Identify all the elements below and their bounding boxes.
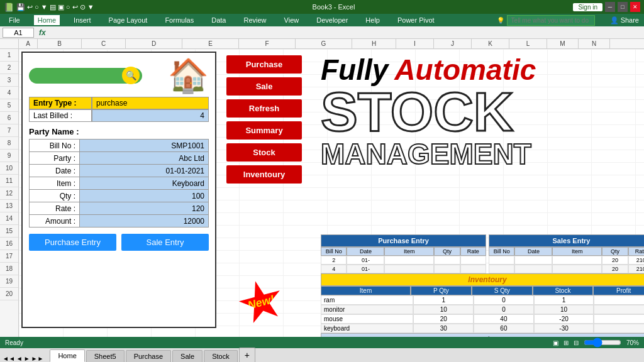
ribbon-tab-formulas[interactable]: Formulas bbox=[161, 15, 197, 25]
purchase-entry-header: Purchase Entry bbox=[321, 234, 486, 247]
col-header-j[interactable]: J bbox=[434, 39, 472, 48]
field-value-qty[interactable]: 100 bbox=[80, 190, 209, 202]
sales-entry-header: Sales Entry bbox=[489, 234, 644, 247]
purchase-entry-button[interactable]: Purchase Entry bbox=[29, 234, 116, 251]
field-value-rate[interactable]: 120 bbox=[80, 202, 209, 215]
sheet-nav-next[interactable]: ► bbox=[24, 355, 30, 362]
last-billed-value: 4 bbox=[92, 109, 209, 122]
maximize-button[interactable]: □ bbox=[618, 2, 628, 12]
sale-entry-button[interactable]: Sale Entry bbox=[121, 234, 209, 251]
inv-item-2: mouse bbox=[321, 314, 413, 324]
inv-stock-3: -30 bbox=[534, 324, 594, 333]
fields-table: Bill No : SMP1001 Party : Abc Ltd Date :… bbox=[29, 139, 209, 228]
quick-access: 💾 ↩ ○ ▼ ▤ ▣ ○ ↩ ⊙ ▼ bbox=[16, 3, 94, 11]
field-value-billno[interactable]: SMP1001 bbox=[80, 140, 209, 152]
ribbon-search-input[interactable] bbox=[507, 15, 595, 26]
field-value-party[interactable]: Abc Ltd bbox=[80, 152, 209, 165]
sheet-nav-left[interactable]: ◄◄ bbox=[3, 355, 15, 362]
ribbon-tab-powerpivot[interactable]: Power Pivot bbox=[394, 15, 438, 25]
summary-button[interactable]: Summary bbox=[226, 121, 302, 140]
inv-sqty-2: 40 bbox=[474, 314, 534, 324]
p-date-2: 01- bbox=[347, 265, 384, 273]
sign-in-button[interactable]: Sign in bbox=[573, 3, 602, 11]
app-title: Book3 - Excel bbox=[313, 3, 355, 11]
field-value-amount[interactable]: 12000 bbox=[80, 215, 209, 228]
view-normal-icon[interactable]: ▣ bbox=[553, 339, 558, 346]
field-label-billno: Bill No : bbox=[30, 140, 80, 152]
inv-stock-0: 1 bbox=[534, 295, 594, 305]
view-pagebreak-icon[interactable]: ⊟ bbox=[574, 339, 579, 346]
inv-col-pqty: P Qty bbox=[411, 286, 472, 295]
house-icon: 🏠 bbox=[168, 59, 209, 92]
col-header-a[interactable]: A bbox=[19, 39, 38, 48]
inv-stock-2: -20 bbox=[534, 314, 594, 324]
col-header-l[interactable]: L bbox=[509, 39, 547, 48]
search-input[interactable] bbox=[35, 71, 117, 80]
inv-profit-0 bbox=[594, 295, 644, 305]
ribbon-tab-review[interactable]: Review bbox=[240, 15, 270, 25]
search-bar[interactable]: 🔍 bbox=[29, 68, 142, 84]
field-value-item[interactable]: Keyboard bbox=[80, 177, 209, 190]
col-header-e[interactable]: E bbox=[182, 39, 239, 48]
col-header-b[interactable]: B bbox=[38, 39, 82, 48]
excel-icon: 📗 bbox=[4, 3, 14, 12]
col-header-m[interactable]: M bbox=[547, 39, 579, 48]
add-sheet-button[interactable]: + bbox=[239, 348, 255, 362]
col-header-c[interactable]: C bbox=[82, 39, 126, 48]
ribbon-tab-data[interactable]: Data bbox=[208, 15, 230, 25]
ph-billno: Bill No bbox=[321, 247, 347, 256]
tab-purchase[interactable]: Purchase bbox=[126, 350, 171, 362]
inv-row-0: ram 1 0 1 bbox=[321, 295, 644, 305]
entry-type-value: purchase bbox=[92, 97, 209, 109]
inv-item-3: keyboard bbox=[321, 324, 413, 333]
col-header-f[interactable]: F bbox=[239, 39, 296, 48]
table-row: Date : 01-01-2021 bbox=[30, 165, 209, 177]
ribbon-tab-home[interactable]: Home bbox=[34, 15, 60, 25]
sheet-nav-prev[interactable]: ◄ bbox=[16, 355, 23, 362]
close-button[interactable]: ✕ bbox=[630, 2, 640, 12]
inv-pqty-0: 1 bbox=[413, 295, 474, 305]
inv-sqty-1: 0 bbox=[474, 305, 534, 314]
tab-home[interactable]: Home bbox=[50, 349, 84, 362]
tab-stock[interactable]: Stock bbox=[204, 350, 238, 362]
ribbon-tab-insert[interactable]: Insert bbox=[70, 15, 95, 25]
ribbon-search-area: 💡 bbox=[497, 15, 595, 26]
tab-sale[interactable]: Sale bbox=[172, 350, 203, 362]
name-box[interactable]: A1 bbox=[3, 28, 34, 38]
stock-button[interactable]: Stock bbox=[226, 143, 302, 162]
tab-sheet5[interactable]: Sheet5 bbox=[86, 350, 125, 362]
sale-button[interactable]: Sale bbox=[226, 77, 302, 96]
minimize-button[interactable]: ─ bbox=[605, 2, 615, 12]
inv-item-0: ram bbox=[321, 295, 413, 305]
view-layout-icon[interactable]: ⊞ bbox=[564, 339, 569, 346]
tables-col-headers: Bill No Date Item Qty Rate Bill No Date … bbox=[321, 247, 644, 256]
col-header-k[interactable]: K bbox=[472, 39, 509, 48]
refresh-button[interactable]: Refresh bbox=[226, 99, 302, 118]
bottom-tabs: ◄◄ ◄ ► ►► Home Sheet5 Purchase Sale Stoc… bbox=[0, 348, 644, 362]
col-header-n[interactable]: N bbox=[579, 39, 610, 48]
ribbon-tab-developer[interactable]: Developer bbox=[313, 15, 352, 25]
big-title: Fully Automatic STOCK MANAGEMENT bbox=[321, 55, 644, 231]
sheet-nav-right[interactable]: ►► bbox=[31, 355, 44, 362]
col-header-d[interactable]: D bbox=[126, 39, 182, 48]
ribbon-tab-help[interactable]: Help bbox=[362, 15, 384, 25]
ribbon-tab-view[interactable]: View bbox=[280, 15, 303, 25]
search-icon[interactable]: 🔍 bbox=[122, 67, 140, 84]
field-value-date[interactable]: 01-01-2021 bbox=[80, 165, 209, 177]
col-header-i[interactable]: I bbox=[396, 39, 434, 48]
inv-profit-2 bbox=[594, 314, 644, 324]
inv-row-2: mouse 20 40 -20 bbox=[321, 314, 644, 324]
title-bar-right: Sign in ─ □ ✕ bbox=[573, 2, 640, 12]
inv-row-3: keyboard 30 60 -30 bbox=[321, 324, 644, 333]
ribbon-tab-file[interactable]: File bbox=[5, 15, 24, 25]
inventory-button[interactable]: Inventoury bbox=[226, 165, 302, 184]
zoom-slider[interactable] bbox=[584, 337, 621, 348]
purchase-button[interactable]: Purchase bbox=[226, 55, 302, 74]
col-header-g[interactable]: G bbox=[296, 39, 352, 48]
inv-item-1: monitor bbox=[321, 305, 413, 314]
ribbon-tab-pagelayout[interactable]: Page Layout bbox=[105, 15, 152, 25]
table-row: Item : Keyboard bbox=[30, 177, 209, 190]
inv-col-sqty: S Qty bbox=[472, 286, 533, 295]
share-button[interactable]: 👤 Share bbox=[610, 16, 639, 25]
col-header-h[interactable]: H bbox=[352, 39, 396, 48]
